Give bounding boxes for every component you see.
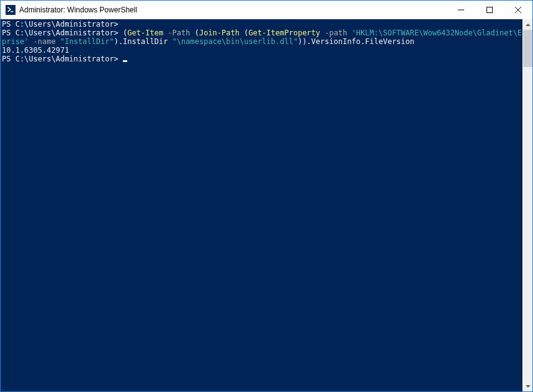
cursor — [123, 60, 127, 62]
param: -path — [325, 29, 347, 37]
cmdlet: Get-ItemProperty — [248, 29, 320, 37]
member: .VersionInfo.FileVersion — [307, 37, 414, 46]
svg-rect-1 — [487, 7, 493, 13]
scroll-down-button[interactable] — [523, 381, 532, 391]
chevron-down-icon — [526, 385, 531, 388]
terminal[interactable]: PS C:\Users\Administrator> PS C:\Users\A… — [1, 19, 522, 391]
sp — [190, 29, 194, 37]
string: prise' — [2, 37, 29, 46]
paren: ) — [114, 37, 119, 46]
cmdlet: Get-Item — [127, 29, 163, 37]
maximize-icon — [486, 7, 493, 13]
window-controls — [447, 1, 532, 19]
string: 'HKLM:\SOFTWARE\Wow6432Node\Gladinet\Ent… — [352, 29, 522, 37]
titlebar[interactable]: Administrator: Windows PowerShell — [1, 1, 532, 19]
powershell-window: Administrator: Windows PowerShell PS C:\… — [0, 0, 533, 392]
sp — [168, 37, 172, 46]
output-line: 10.1.6305.42971 — [2, 46, 69, 55]
scroll-track[interactable] — [523, 30, 532, 381]
close-button[interactable] — [504, 1, 532, 19]
vertical-scrollbar[interactable] — [522, 19, 532, 391]
close-icon — [515, 7, 521, 13]
sp — [56, 37, 60, 46]
string: "InstallDir" — [60, 37, 114, 46]
cmdlet: Join-Path — [199, 29, 240, 37]
window-title: Administrator: Windows PowerShell — [19, 6, 447, 14]
powershell-icon — [6, 5, 16, 15]
param: -name — [34, 37, 56, 46]
sp — [347, 29, 351, 37]
minimize-button[interactable] — [447, 1, 475, 19]
scroll-up-button[interactable] — [523, 19, 532, 30]
maximize-button[interactable] — [475, 1, 504, 19]
prompt-line-3: PS C:\Users\Administrator> — [2, 55, 119, 63]
minimize-icon — [458, 7, 464, 13]
sp — [29, 37, 33, 46]
chevron-up-icon — [526, 24, 531, 26]
paren: ( — [195, 29, 199, 37]
prompt-line-1: PS C:\Users\Administrator> — [2, 20, 119, 29]
prompt-line-2: PS C:\Users\Administrator> — [2, 29, 119, 37]
param: -Path — [168, 29, 190, 37]
client-area: PS C:\Users\Administrator> PS C:\Users\A… — [1, 19, 532, 391]
scroll-thumb[interactable] — [523, 30, 532, 67]
string: "\namespace\bin\userlib.dll" — [172, 37, 298, 46]
member: .InstallDir — [119, 37, 168, 46]
